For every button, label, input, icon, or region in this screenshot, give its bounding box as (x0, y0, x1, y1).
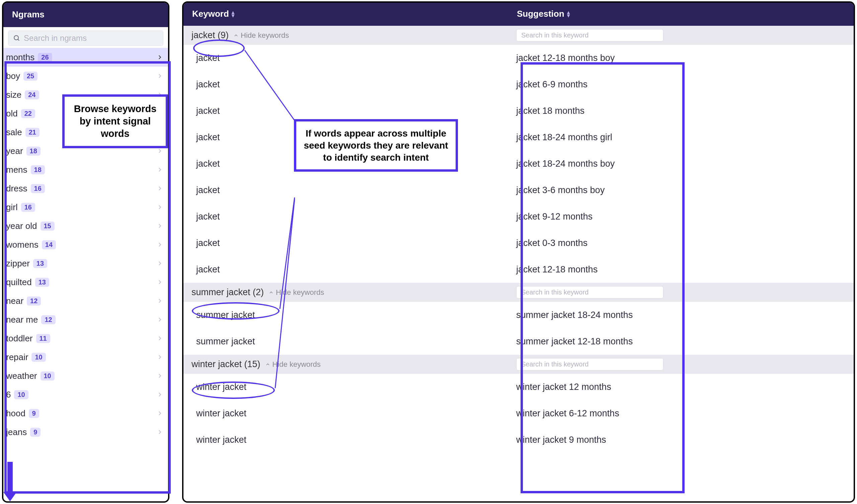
ngram-item-months[interactable]: months26 (3, 48, 168, 67)
keyword-row[interactable]: winter jacketwinter jacket 9 months (183, 427, 854, 453)
ngram-label: boy (6, 71, 20, 81)
ngram-item-jeans[interactable]: jeans9 (3, 423, 168, 441)
keyword-row[interactable]: summer jacketsummer jacket 18-24 months (183, 302, 854, 328)
chevron-right-icon (157, 427, 163, 437)
annotation-arrow-down (2, 462, 18, 502)
hide-keywords-toggle[interactable]: Hide keywords (265, 360, 321, 369)
chevron-up-icon (265, 362, 270, 367)
hide-keywords-toggle[interactable]: Hide keywords (268, 288, 324, 297)
suggestion-cell: summer jacket 18-24 months (516, 310, 854, 320)
keyword-row[interactable]: summer jacketsummer jacket 12-18 months (183, 328, 854, 355)
keyword-panel: Keyword ▴▾ Suggestion ▴▾ jacket (9)Hide … (182, 1, 855, 503)
ngram-item-year-old[interactable]: year old15 (3, 217, 168, 235)
inline-keyword-search[interactable] (516, 358, 663, 370)
keyword-row[interactable]: jacketjacket 12-18 months boy (183, 45, 854, 71)
keyword-row[interactable]: jacketjacket 18 months (183, 98, 854, 124)
ngram-item-near[interactable]: near12 (3, 291, 168, 310)
keyword-row[interactable]: jacketjacket 18-24 months girl (183, 124, 854, 151)
ngrams-search[interactable] (8, 31, 163, 46)
ngram-count: 24 (25, 90, 39, 99)
ngram-count: 22 (21, 109, 35, 118)
keyword-cell: summer jacket (191, 336, 516, 347)
ngram-label: size (6, 90, 21, 100)
ngram-item-weather[interactable]: weather10 (3, 367, 168, 385)
suggestion-cell: jacket 18-24 months girl (516, 132, 854, 142)
ngram-item-toddler[interactable]: toddler11 (3, 329, 168, 348)
svg-marker-6 (3, 492, 17, 501)
ngram-item-6[interactable]: 610 (3, 385, 168, 404)
column-header-keyword[interactable]: Keyword ▴▾ (192, 9, 517, 19)
ngram-item-boy[interactable]: boy25 (3, 67, 168, 85)
sort-icon: ▴▾ (232, 11, 234, 17)
keyword-cell: jacket (191, 53, 516, 63)
ngrams-search-input[interactable] (24, 33, 158, 43)
keyword-group-header[interactable]: jacket (9)Hide keywords (183, 26, 854, 45)
ngram-item-mens[interactable]: mens18 (3, 160, 168, 179)
chevron-right-icon (157, 352, 163, 363)
ngram-count: 15 (40, 221, 54, 231)
ngram-count: 12 (41, 315, 55, 324)
ngram-count: 21 (26, 128, 39, 137)
ngram-label: zipper (6, 258, 30, 269)
suggestion-cell: winter jacket 9 months (516, 435, 854, 445)
ngram-item-hood[interactable]: hood9 (3, 404, 168, 423)
chevron-right-icon (157, 71, 163, 81)
chevron-right-icon (157, 165, 163, 175)
column-header-suggestion[interactable]: Suggestion ▴▾ (517, 9, 845, 19)
sort-icon: ▴▾ (567, 11, 570, 17)
keyword-row[interactable]: jacketjacket 0-3 months (183, 230, 854, 256)
inline-keyword-search[interactable] (516, 286, 663, 299)
ngram-label: girl (6, 202, 18, 213)
annotation-center: If words appear across multiple seed key… (294, 119, 458, 172)
ngram-item-quilted[interactable]: quilted13 (3, 273, 168, 291)
keyword-cell: jacket (191, 212, 516, 222)
keyword-cell: winter jacket (191, 408, 516, 419)
column-headers: Keyword ▴▾ Suggestion ▴▾ (183, 3, 854, 26)
ngram-item-zipper[interactable]: zipper13 (3, 254, 168, 273)
group-label: winter jacket (15) (191, 359, 261, 369)
suggestion-cell: jacket 12-18 months boy (516, 53, 854, 63)
chevron-up-icon (233, 33, 239, 38)
keyword-row[interactable]: winter jacketwinter jacket 6-12 months (183, 400, 854, 427)
keyword-row[interactable]: jacketjacket 12-18 months (183, 256, 854, 283)
ngram-item-girl[interactable]: girl16 (3, 198, 168, 217)
ngram-label: sale (6, 127, 22, 137)
keyword-group-header[interactable]: winter jacket (15)Hide keywords (183, 355, 854, 374)
ngram-item-repair[interactable]: repair10 (3, 348, 168, 367)
keyword-group-header[interactable]: summer jacket (2)Hide keywords (183, 283, 854, 302)
ngram-item-near-me[interactable]: near me12 (3, 310, 168, 329)
svg-point-0 (14, 35, 18, 40)
ngram-label: old (6, 108, 18, 119)
hide-keywords-toggle[interactable]: Hide keywords (233, 31, 289, 40)
keyword-cell: jacket (191, 264, 516, 275)
chevron-right-icon (157, 315, 163, 325)
chevron-right-icon (157, 277, 163, 287)
ngram-count: 14 (42, 240, 56, 249)
ngram-label: hood (6, 408, 26, 419)
chevron-right-icon (157, 221, 163, 231)
inline-keyword-search[interactable] (516, 29, 663, 41)
ngram-count: 10 (40, 371, 54, 381)
keyword-row[interactable]: jacketjacket 9-12 months (183, 203, 854, 230)
ngram-count: 26 (38, 53, 52, 62)
keyword-row[interactable]: jacketjacket 6-9 months (183, 71, 854, 98)
keyword-cell: jacket (191, 79, 516, 90)
ngram-label: 6 (6, 389, 11, 400)
ngram-label: jeans (6, 427, 27, 437)
keyword-row[interactable]: jacketjacket 3-6 months boy (183, 177, 854, 203)
suggestion-cell: jacket 18-24 months boy (516, 158, 854, 169)
ngram-item-womens[interactable]: womens14 (3, 235, 168, 254)
ngram-count: 18 (31, 165, 45, 174)
keyword-row[interactable]: jacketjacket 18-24 months boy (183, 151, 854, 177)
keyword-row[interactable]: winter jacketwinter jacket 12 months (183, 374, 854, 400)
chevron-right-icon (157, 52, 163, 63)
group-label: jacket (9) (191, 30, 229, 40)
group-label: summer jacket (2) (191, 287, 264, 298)
ngram-item-dress[interactable]: dress16 (3, 179, 168, 198)
suggestion-cell: jacket 0-3 months (516, 238, 854, 248)
ngrams-sidebar: Ngrams months26boy25size24old22sale21yea… (2, 1, 169, 503)
suggestion-cell: jacket 3-6 months boy (516, 185, 854, 196)
ngrams-title: Ngrams (3, 3, 168, 27)
ngram-count: 10 (14, 390, 28, 399)
ngram-label: months (6, 52, 34, 63)
